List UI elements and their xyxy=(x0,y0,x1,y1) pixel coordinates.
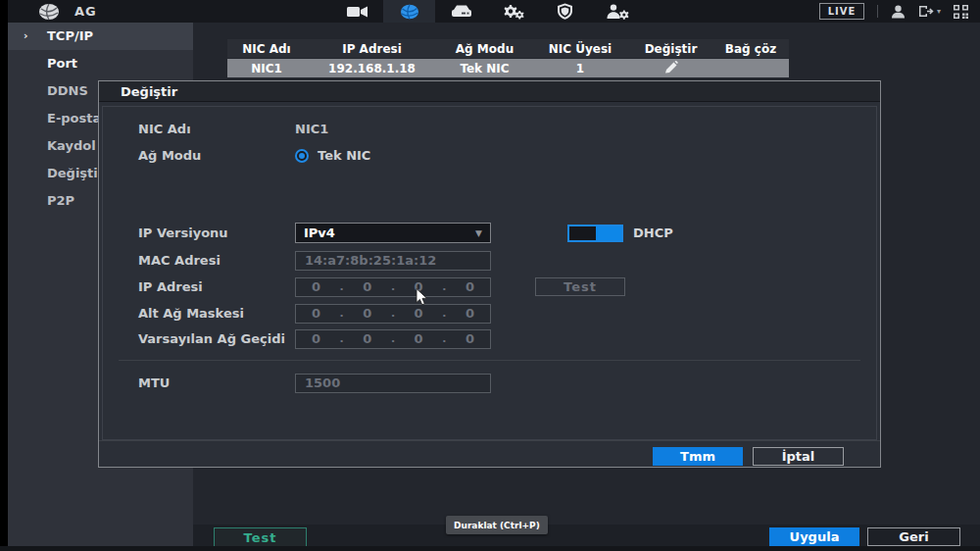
qr-code-icon[interactable] xyxy=(954,5,968,19)
col-ip-address: IP Adresi xyxy=(306,42,438,56)
dialog-header: Değiştir xyxy=(99,81,880,102)
nic-name-value: NIC1 xyxy=(295,122,328,136)
ok-button[interactable]: Tmm xyxy=(653,447,743,466)
col-net-mode: Ağ Modu xyxy=(438,42,531,56)
row-mac: MAC Adresi 14:a7:8b:25:1a:12 xyxy=(138,250,491,271)
system-gear-icon xyxy=(502,3,525,20)
octet: 0 xyxy=(415,331,423,346)
selected-arrow-icon: › xyxy=(24,23,28,50)
nav-storage[interactable] xyxy=(435,0,487,23)
mtu-value: 1500 xyxy=(305,376,340,390)
octet: 0 xyxy=(466,331,474,346)
subnet-label: Alt Ağ Maskesi xyxy=(138,306,295,321)
table-row[interactable]: NIC1 192.168.1.18 Tek NIC 1 xyxy=(227,59,789,77)
cell-edit[interactable] xyxy=(629,61,712,76)
gateway-label: Varsayılan Ağ Geçidi xyxy=(138,331,295,346)
security-shield-icon xyxy=(557,3,573,20)
col-unbind: Bağ çöz xyxy=(712,42,789,56)
nav-camera[interactable] xyxy=(331,0,383,23)
logout-control[interactable]: ▾ xyxy=(918,5,941,18)
mac-value: 14:a7:8b:25:1a:12 xyxy=(305,253,436,268)
col-nic-member: NIC Üyesi xyxy=(531,42,629,56)
mac-field: 14:a7:8b:25:1a:12 xyxy=(295,251,491,271)
dot: . xyxy=(340,307,344,320)
dot: . xyxy=(340,332,344,345)
cell-net-mode: Tek NIC xyxy=(438,62,531,75)
single-nic-radio[interactable] xyxy=(295,149,309,163)
brand-globe-icon xyxy=(37,3,61,21)
section-divider xyxy=(119,360,860,361)
dialog-title: Değiştir xyxy=(121,84,177,99)
octet: 0 xyxy=(312,306,320,321)
sidebar-item-tcpip[interactable]: › TCP/IP xyxy=(8,23,193,50)
sidebar-item-label: Port xyxy=(47,56,77,71)
apply-button[interactable]: Uygula xyxy=(769,527,859,546)
dot: . xyxy=(391,307,395,320)
sidebar-item-label: Değiştir xyxy=(47,166,104,180)
account-gear-icon xyxy=(606,4,629,20)
nic-name-label: NIC Adı xyxy=(138,122,295,136)
dot: . xyxy=(391,332,395,345)
back-button[interactable]: Geri xyxy=(867,527,960,546)
divider xyxy=(877,5,878,18)
row-nic-name: NIC Adı NIC1 xyxy=(138,119,328,139)
nav-network[interactable] xyxy=(383,0,435,23)
ip-version-select[interactable]: IPv4 ▼ xyxy=(295,223,491,243)
toggle-knob xyxy=(596,226,621,240)
nav-security[interactable] xyxy=(539,0,591,23)
dot: . xyxy=(442,280,446,293)
cell-nic-name: NIC1 xyxy=(227,62,306,75)
dhcp-toggle[interactable] xyxy=(567,225,623,242)
ip-label: IP Adresi xyxy=(138,279,295,294)
col-edit: Değiştir xyxy=(629,42,712,56)
row-ip-version: IP Versiyonu IPv4 ▼ DHCP xyxy=(138,223,841,243)
pause-tooltip: Duraklat (Ctrl+P) xyxy=(446,516,548,534)
nic-table-header: NIC Adı IP Adresi Ağ Modu NIC Üyesi Deği… xyxy=(227,39,789,58)
brand-text: AG xyxy=(74,4,97,19)
edit-nic-dialog: Değiştir NIC Adı NIC1 Ağ Modu Tek NIC IP… xyxy=(98,80,881,468)
row-net-mode: Ağ Modu Tek NIC xyxy=(138,145,370,166)
sidebar-item-label: DDNS xyxy=(47,83,88,98)
test-button[interactable]: Test xyxy=(214,527,307,547)
brand: AG xyxy=(37,3,97,21)
cell-nic-member: 1 xyxy=(531,62,629,75)
octet: 0 xyxy=(466,306,474,321)
live-button[interactable]: LIVE xyxy=(819,3,864,20)
storage-icon xyxy=(451,5,472,18)
top-bar: AG xyxy=(8,0,980,23)
dhcp-label: DHCP xyxy=(633,225,673,240)
mtu-field: 1500 xyxy=(295,374,491,393)
octet: 0 xyxy=(363,306,371,321)
sidebar-item-label: E-posta xyxy=(47,111,101,125)
edit-pencil-icon xyxy=(664,61,678,74)
sidebar-item-label: TCP/IP xyxy=(47,28,93,43)
chevron-down-icon: ▾ xyxy=(937,7,941,16)
nav-account[interactable] xyxy=(591,0,643,23)
network-icon xyxy=(400,4,419,20)
octet: 0 xyxy=(312,331,320,346)
gateway-field: 0. 0. 0. 0 xyxy=(295,329,491,349)
main-nav xyxy=(331,0,643,23)
row-ip: IP Adresi 0. 0. 0. 0 Test xyxy=(138,276,841,297)
mtu-label: MTU xyxy=(138,376,295,390)
sidebar-item-label: Kaydol xyxy=(47,138,96,153)
cancel-button[interactable]: İptal xyxy=(753,447,844,466)
nav-system[interactable] xyxy=(487,0,539,23)
sidebar-item-port[interactable]: Port xyxy=(8,50,193,77)
camera-icon xyxy=(347,5,368,19)
ip-version-label: IP Versiyonu xyxy=(138,225,295,240)
dot: . xyxy=(442,332,446,345)
ip-field: 0. 0. 0. 0 xyxy=(295,277,491,297)
dot: . xyxy=(391,280,395,293)
octet: 0 xyxy=(363,331,371,346)
screen-bottom-edge xyxy=(0,546,980,551)
mac-label: MAC Adresi xyxy=(138,253,295,268)
user-icon[interactable] xyxy=(891,5,906,19)
octet: 0 xyxy=(363,279,371,294)
octet: 0 xyxy=(312,279,320,294)
logout-icon xyxy=(918,5,935,18)
ip-test-button: Test xyxy=(535,277,625,296)
octet: 0 xyxy=(415,279,423,294)
page-footer: Test Uygula Geri xyxy=(193,525,980,546)
radio-dot xyxy=(299,153,305,159)
